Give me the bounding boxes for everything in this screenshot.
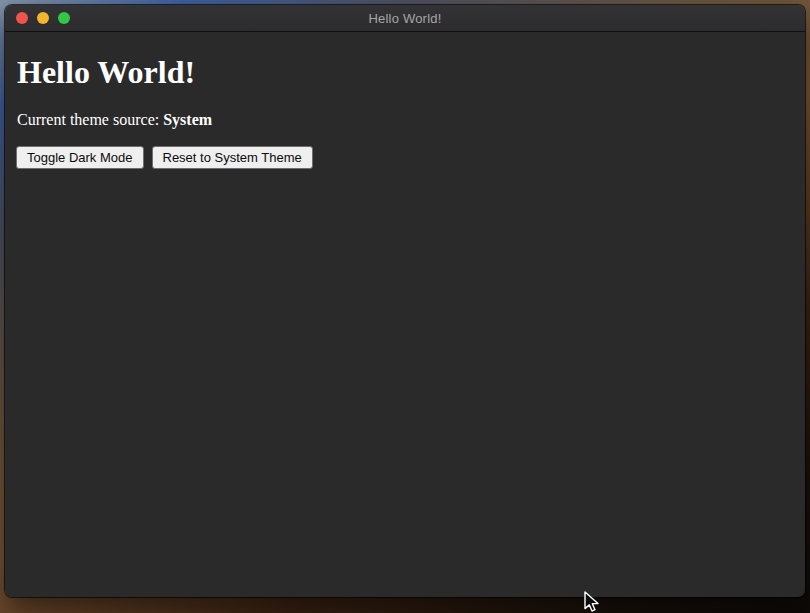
- page-title: Hello World!: [17, 54, 793, 91]
- minimize-button-icon[interactable]: [37, 12, 49, 24]
- close-button-icon[interactable]: [16, 12, 28, 24]
- window-title: Hello World!: [5, 11, 805, 26]
- button-row: Toggle Dark Mode Reset to System Theme: [16, 146, 793, 169]
- app-window: Hello World! Hello World! Current theme …: [5, 5, 805, 597]
- zoom-button-icon[interactable]: [58, 12, 70, 24]
- toggle-dark-mode-button[interactable]: Toggle Dark Mode: [16, 146, 144, 169]
- theme-source-label: Current theme source:: [17, 111, 163, 128]
- theme-source-line: Current theme source: System: [17, 111, 793, 129]
- window-titlebar[interactable]: Hello World!: [5, 5, 805, 32]
- window-content: Hello World! Current theme source: Syste…: [5, 32, 805, 597]
- reset-to-system-theme-button[interactable]: Reset to System Theme: [152, 146, 313, 169]
- theme-source-value: System: [163, 111, 212, 128]
- window-controls: [16, 5, 70, 31]
